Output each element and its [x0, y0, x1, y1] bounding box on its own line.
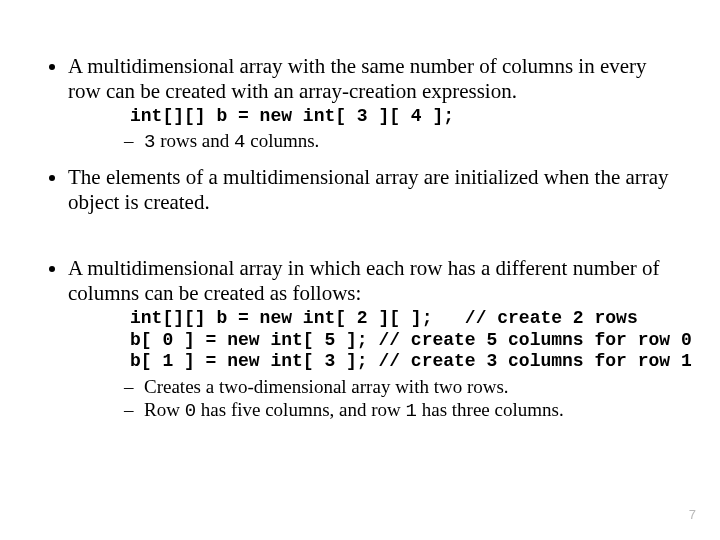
sub-bullet-list: Creates a two-dimensional array with two… — [68, 375, 680, 425]
bullet-item-2: The elements of a multidimensional array… — [68, 165, 680, 215]
inline-code: 0 — [185, 400, 196, 422]
text-fragment: Row — [144, 399, 185, 420]
slide-content: A multidimensional array with the same n… — [0, 0, 720, 540]
bullet-item-1: A multidimensional array with the same n… — [68, 54, 680, 155]
code-block-2: int[][] b = new int[ 2 ][ ]; // create 2… — [130, 308, 680, 373]
code-block-1: int[][] b = new int[ 3 ][ 4 ]; — [130, 106, 680, 128]
spacer — [68, 224, 680, 246]
sub-bullet-item: Creates a two-dimensional array with two… — [124, 375, 680, 399]
bullet-item-3: A multidimensional array in which each r… — [68, 256, 680, 424]
bullet-text: A multidimensional array in which each r… — [68, 256, 660, 305]
bullet-list: A multidimensional array with the same n… — [40, 54, 680, 424]
bullet-text: A multidimensional array with the same n… — [68, 54, 647, 103]
sub-bullet-item: Row 0 has five columns, and row 1 has th… — [124, 398, 680, 424]
text-fragment: rows and — [155, 130, 234, 151]
text-fragment: Creates a two-dimensional array with two… — [144, 376, 509, 397]
inline-code: 4 — [234, 131, 245, 153]
bullet-text: The elements of a multidimensional array… — [68, 165, 669, 214]
text-fragment: has five columns, and row — [196, 399, 405, 420]
inline-code: 3 — [144, 131, 155, 153]
text-fragment: columns. — [245, 130, 319, 151]
sub-bullet-item: 3 rows and 4 columns. — [124, 129, 680, 155]
inline-code: 1 — [406, 400, 417, 422]
sub-bullet-list: 3 rows and 4 columns. — [68, 129, 680, 155]
page-number: 7 — [689, 507, 696, 522]
text-fragment: has three columns. — [417, 399, 564, 420]
